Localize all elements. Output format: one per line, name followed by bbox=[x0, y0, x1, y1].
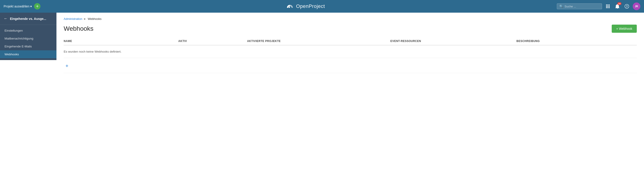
chevron-down-icon: ▾ bbox=[30, 4, 32, 8]
svg-rect-3 bbox=[606, 6, 607, 7]
project-select-label: Projekt auswählen bbox=[4, 4, 29, 8]
top-navigation: Projekt auswählen ▾ + OpenProject 🔍 bbox=[0, 0, 644, 13]
svg-rect-5 bbox=[609, 6, 610, 7]
svg-rect-7 bbox=[608, 7, 608, 8]
add-inline-button[interactable]: + bbox=[64, 62, 70, 70]
page-title: Webhooks bbox=[64, 25, 94, 32]
logo[interactable]: OpenProject bbox=[285, 3, 325, 10]
column-header-projects: AKTIVIERTE PROJEKTE bbox=[247, 37, 390, 45]
sidebar-header: ← Eingehende vs. Ausge... bbox=[0, 13, 56, 25]
sidebar: ← Eingehende vs. Ausge... Einstellungen … bbox=[0, 13, 56, 60]
sidebar-nav: Einstellungen Mailbenachrichtigung Einge… bbox=[0, 25, 56, 60]
nav-center: OpenProject bbox=[53, 3, 557, 10]
help-icon: ? bbox=[624, 4, 629, 8]
empty-message: Es wurden noch keine Webhooks definiert. bbox=[64, 45, 637, 58]
svg-text:?: ? bbox=[626, 5, 628, 8]
column-header-name: NAME bbox=[64, 37, 178, 45]
page-header: Webhooks + Webhook bbox=[56, 23, 644, 37]
table-body: Es wurden noch keine Webhooks definiert.… bbox=[64, 45, 637, 73]
sidebar-wrapper: ← Eingehende vs. Ausge... Einstellungen … bbox=[0, 13, 56, 196]
svg-rect-6 bbox=[606, 7, 607, 8]
sidebar-item-eingehende-emails[interactable]: Eingehende E-Mails bbox=[0, 42, 56, 50]
add-webhook-button[interactable]: + Webhook bbox=[612, 24, 637, 33]
svg-rect-0 bbox=[606, 4, 607, 6]
logo-text: OpenProject bbox=[296, 4, 325, 9]
column-header-events: EVENT-RESSOURCEN bbox=[390, 37, 516, 45]
add-inline-cell: + bbox=[64, 58, 637, 73]
sidebar-back-button[interactable]: ← bbox=[4, 16, 8, 21]
table-add-row: + bbox=[64, 58, 637, 73]
table-header: NAME AKTIV AKTIVIERTE PROJEKTE EVENT-RES… bbox=[64, 37, 637, 45]
search-input[interactable] bbox=[564, 5, 600, 8]
svg-rect-2 bbox=[609, 4, 610, 6]
sidebar-resize-handle[interactable] bbox=[56, 99, 56, 110]
svg-rect-8 bbox=[609, 7, 610, 8]
sidebar-title: Eingehende vs. Ausge... bbox=[10, 17, 46, 20]
table-container: NAME AKTIV AKTIVIERTE PROJEKTE EVENT-RES… bbox=[56, 37, 644, 73]
sidebar-item-einstellungen[interactable]: Einstellungen bbox=[0, 27, 56, 34]
breadcrumb: Administration ▶ Webhooks bbox=[56, 13, 644, 23]
help-button[interactable]: ? bbox=[623, 3, 630, 10]
avatar[interactable]: JK bbox=[633, 2, 640, 10]
table-empty-row: Es wurden noch keine Webhooks definiert. bbox=[64, 45, 637, 58]
breadcrumb-current: Webhooks bbox=[88, 17, 102, 20]
main-layout: ← Eingehende vs. Ausge... Einstellungen … bbox=[0, 13, 644, 196]
logo-icon bbox=[285, 3, 294, 10]
notifications-button[interactable]: 10 bbox=[614, 3, 621, 10]
sidebar-item-mailbenachrichtigung[interactable]: Mailbenachrichtigung bbox=[0, 34, 56, 42]
grid-icon bbox=[606, 4, 610, 8]
main-content: Administration ▶ Webhooks Webhooks + Web… bbox=[56, 13, 644, 196]
nav-right: 🔍 10 ? bbox=[557, 2, 640, 10]
svg-rect-1 bbox=[608, 4, 608, 6]
search-icon: 🔍 bbox=[559, 4, 563, 8]
add-project-button[interactable]: + bbox=[34, 3, 40, 10]
breadcrumb-separator: ▶ bbox=[84, 18, 86, 20]
project-select[interactable]: Projekt auswählen ▾ bbox=[4, 4, 32, 8]
notifications-badge: 10 bbox=[617, 2, 622, 5]
svg-rect-4 bbox=[608, 6, 608, 7]
search-box[interactable]: 🔍 bbox=[557, 4, 602, 9]
grid-menu-button[interactable] bbox=[604, 3, 612, 10]
column-header-description: BESCHREIBUNG bbox=[516, 37, 637, 45]
breadcrumb-admin-link[interactable]: Administration bbox=[64, 17, 82, 20]
sidebar-item-webhooks[interactable]: Webhooks bbox=[0, 50, 56, 58]
webhooks-table: NAME AKTIV AKTIVIERTE PROJEKTE EVENT-RES… bbox=[64, 37, 637, 73]
column-header-active: AKTIV bbox=[178, 37, 247, 45]
nav-left: Projekt auswählen ▾ + bbox=[4, 3, 53, 10]
